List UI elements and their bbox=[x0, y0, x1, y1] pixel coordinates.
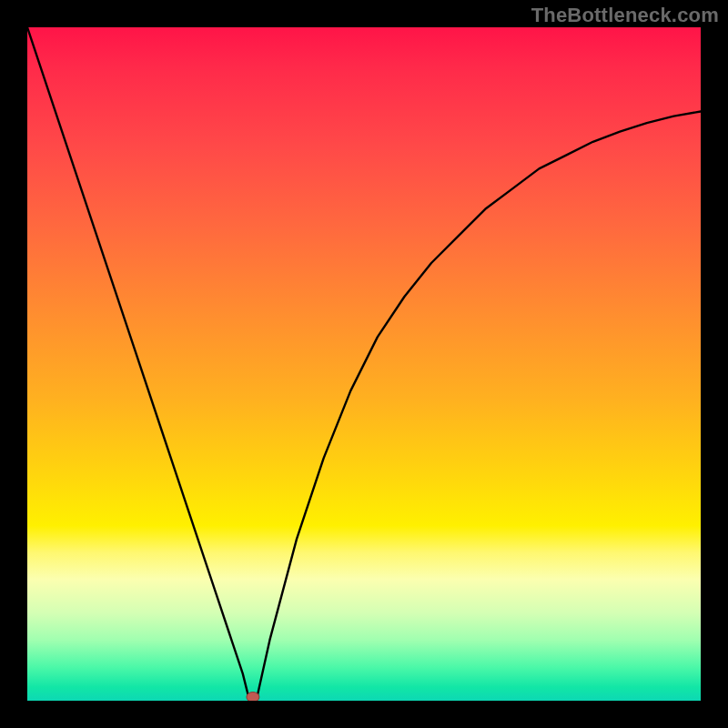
bottleneck-curve bbox=[27, 27, 701, 701]
chart-frame: TheBottleneck.com bbox=[0, 0, 728, 728]
optimum-marker bbox=[247, 693, 259, 702]
curve-layer bbox=[27, 27, 701, 701]
watermark-text: TheBottleneck.com bbox=[531, 4, 719, 27]
plot-area bbox=[27, 27, 701, 701]
